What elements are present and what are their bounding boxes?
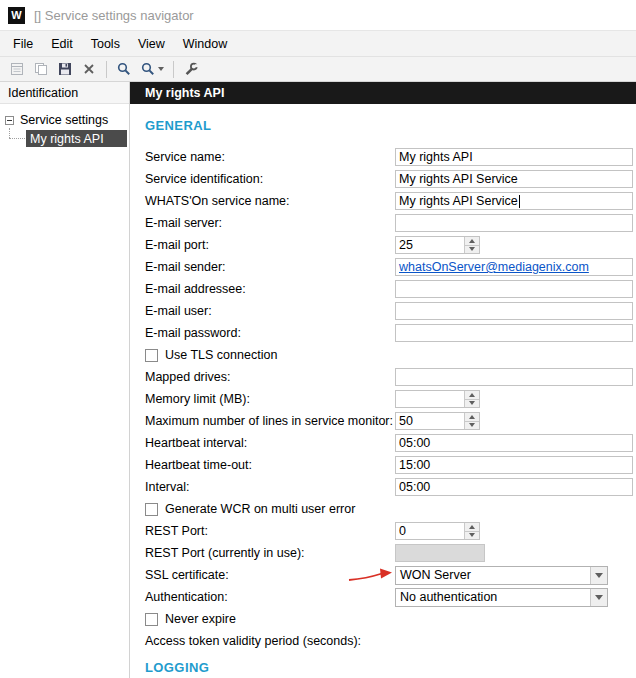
collapse-icon[interactable]	[5, 116, 14, 125]
search-button[interactable]	[112, 58, 136, 80]
rest-port-spinner	[395, 522, 480, 540]
service-identification-input[interactable]	[395, 170, 633, 188]
tree-connector	[9, 138, 25, 139]
max-lines-input[interactable]	[396, 413, 464, 429]
page-title: My rights API	[130, 82, 636, 104]
email-user-input[interactable]	[395, 302, 633, 320]
menu-window[interactable]: Window	[174, 33, 236, 55]
minus-glyph	[7, 120, 12, 121]
form-row: E-mail sender: whatsOnServer@mediagenix.…	[145, 256, 636, 278]
menu-tools[interactable]: Tools	[82, 33, 129, 55]
email-sender-input[interactable]: whatsOnServer@mediagenix.com	[395, 258, 633, 276]
heartbeat-timeout-input[interactable]	[395, 456, 633, 474]
menu-file[interactable]: File	[4, 33, 42, 55]
text-caret	[519, 195, 520, 208]
tools-button[interactable]	[179, 58, 203, 80]
form-row: E-mail addressee:	[145, 278, 636, 300]
spin-down-button[interactable]	[465, 421, 479, 430]
spinner-buttons	[464, 523, 479, 539]
memory-limit-spinner	[395, 390, 480, 408]
arrow-down-icon	[469, 247, 475, 251]
email-server-input[interactable]	[395, 214, 633, 232]
generate-wcr-checkbox[interactable]	[145, 503, 158, 516]
email-password-input[interactable]	[395, 324, 633, 342]
menu-view[interactable]: View	[129, 33, 174, 55]
form-row: Interval:	[145, 476, 636, 498]
form-row: Generate WCR on multi user error	[145, 498, 636, 520]
sidebar: Identification Service settings My right…	[0, 82, 130, 678]
form-row: REST Port:	[145, 520, 636, 542]
email-port-input[interactable]	[396, 237, 464, 253]
app-logo: W	[8, 7, 25, 24]
use-tls-checkbox[interactable]	[145, 349, 158, 362]
arrow-up-icon	[469, 525, 475, 529]
field-label: Memory limit (MB):	[145, 392, 395, 406]
field-label: Service identification:	[145, 172, 395, 186]
delete-icon	[81, 61, 97, 77]
navigation-tree: Service settings My rights API	[0, 104, 129, 147]
menu-edit[interactable]: Edit	[42, 33, 82, 55]
tree-node-label: My rights API	[30, 132, 104, 146]
spin-down-button[interactable]	[465, 531, 479, 540]
chevron-down-icon	[158, 67, 164, 71]
spin-up-button[interactable]	[465, 523, 479, 531]
arrow-up-icon	[469, 239, 475, 243]
delete-button[interactable]	[77, 58, 101, 80]
interval-input[interactable]	[395, 478, 633, 496]
field-label: Heartbeat time-out:	[145, 458, 395, 472]
search-options-icon	[140, 61, 156, 77]
settings-form: GENERAL Service name: Service identifica…	[130, 104, 636, 675]
tree-node-my-rights-api[interactable]: My rights API	[26, 130, 127, 147]
toolbar-separator	[173, 61, 174, 78]
authentication-select[interactable]: No authentication	[395, 588, 608, 607]
arrow-down-icon	[469, 533, 475, 537]
toolbar	[0, 56, 636, 82]
field-label: Mapped drives:	[145, 370, 395, 384]
search-options-button[interactable]	[136, 58, 168, 80]
field-label: REST Port:	[145, 524, 395, 538]
memory-limit-input[interactable]	[396, 391, 464, 407]
ssl-certificate-select[interactable]: WON Server	[395, 566, 608, 585]
spin-up-button[interactable]	[465, 237, 479, 245]
field-label: E-mail addressee:	[145, 282, 395, 296]
rest-port-input[interactable]	[396, 523, 464, 539]
arrow-down-icon	[469, 423, 475, 427]
window-title: [] Service settings navigator	[34, 8, 194, 23]
service-name-input[interactable]	[395, 148, 633, 166]
form-row: E-mail port:	[145, 234, 636, 256]
dropdown-arrow-button[interactable]	[590, 567, 607, 584]
heartbeat-interval-input[interactable]	[395, 434, 633, 452]
toolbar-separator	[106, 61, 107, 78]
spin-up-button[interactable]	[465, 413, 479, 421]
copy-button[interactable]	[29, 58, 53, 80]
tree-node-service-settings[interactable]: Service settings	[0, 111, 129, 129]
never-expire-checkbox[interactable]	[145, 613, 158, 626]
field-label: E-mail password:	[145, 326, 395, 340]
form-row: Service identification:	[145, 168, 636, 190]
save-button[interactable]	[53, 58, 77, 80]
selected-option: No authentication	[396, 590, 590, 604]
spin-down-button[interactable]	[465, 399, 479, 408]
mapped-drives-input[interactable]	[395, 368, 633, 386]
whatson-service-name-input[interactable]: My rights API Service	[395, 192, 633, 210]
checkbox-label: Generate WCR on multi user error	[165, 502, 355, 516]
spin-up-button[interactable]	[465, 391, 479, 399]
max-lines-spinner	[395, 412, 480, 430]
email-sender-link[interactable]: whatsOnServer@mediagenix.com	[399, 260, 589, 274]
arrow-up-icon	[469, 415, 475, 419]
field-label: E-mail port:	[145, 238, 395, 252]
form-row: Mapped drives:	[145, 366, 636, 388]
spinner-buttons	[464, 237, 479, 253]
field-label: Service name:	[145, 150, 395, 164]
section-logging: LOGGING	[145, 660, 636, 675]
field-label: Maximum number of lines in service monit…	[145, 414, 395, 428]
save-icon	[57, 61, 73, 77]
menu-bar: File Edit Tools View Window	[0, 30, 636, 56]
main-panel: My rights API GENERAL Service name: Serv…	[130, 82, 636, 678]
form-row: Maximum number of lines in service monit…	[145, 410, 636, 432]
email-addressee-input[interactable]	[395, 280, 633, 298]
dropdown-arrow-button[interactable]	[590, 589, 607, 606]
spinner-buttons	[464, 391, 479, 407]
spin-down-button[interactable]	[465, 245, 479, 254]
report-button[interactable]	[5, 58, 29, 80]
